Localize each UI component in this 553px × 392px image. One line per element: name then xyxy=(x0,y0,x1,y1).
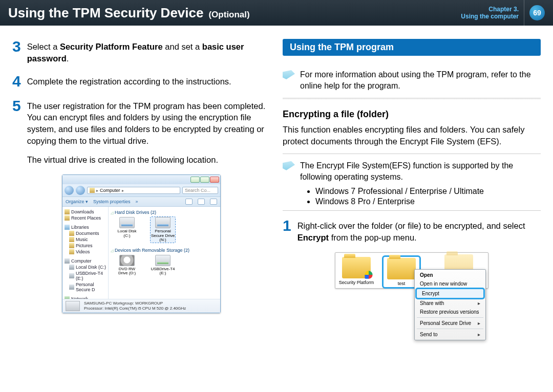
paragraph: The virtual drive is created in the foll… xyxy=(27,154,270,166)
chevron-right-icon xyxy=(122,188,124,193)
menu-item-restore[interactable]: Restore previous versions xyxy=(415,308,485,316)
content-pane: Hard Disk Drives (2) Local Disk (C:) Per… xyxy=(109,207,220,299)
tree-item[interactable]: Personal Secure D xyxy=(69,281,106,293)
help-icon[interactable] xyxy=(210,199,217,205)
tree-item[interactable]: USBDrive-T4 (E:) xyxy=(69,270,106,281)
drive-item[interactable]: Local Disk (C:) xyxy=(115,217,139,242)
header-left: Using the TPM Security Device (Optional) xyxy=(8,5,250,21)
drive-item-selected[interactable]: Personal Secure Drive (N:) xyxy=(151,217,175,242)
tree-item[interactable]: Pictures xyxy=(69,243,106,249)
step-text: Select a Security Platform Feature and s… xyxy=(27,39,270,64)
label: USBDrive-T4 (E:) xyxy=(151,267,175,276)
tree-item[interactable]: Downloads xyxy=(65,209,106,215)
tree-item[interactable]: Computer xyxy=(65,258,106,264)
system-properties-button[interactable]: System properties xyxy=(93,199,131,204)
note-block: For more information about using the TPM… xyxy=(283,67,541,97)
label: Personal Secure Drive xyxy=(420,320,471,326)
step-text: Right-click over the folder (or file) to… xyxy=(297,218,541,244)
page-header: Using the TPM Security Device (Optional)… xyxy=(0,0,553,26)
step-text: Complete the registration according to t… xyxy=(27,74,231,89)
label: Videos xyxy=(76,249,90,254)
drive-icon xyxy=(69,265,74,270)
tree-item[interactable]: Network xyxy=(65,296,106,299)
label: Send to xyxy=(420,332,437,337)
note-text: For more information about using the TPM… xyxy=(300,69,541,92)
text: Right-click over the folder (or file) to… xyxy=(297,221,525,230)
status-bar: SAMSUNG-PC Workgroup: WORKGROUP Processo… xyxy=(62,299,220,313)
label: Documents xyxy=(76,231,99,236)
group-header[interactable]: Hard Disk Drives (2) xyxy=(111,210,218,215)
text: and set a xyxy=(165,42,202,51)
menu-item-open[interactable]: Open xyxy=(415,271,485,279)
close-button[interactable] xyxy=(210,177,219,183)
breadcrumb[interactable]: Computer xyxy=(100,188,120,193)
drive-item[interactable]: DVD RW Drive (D:) xyxy=(115,255,139,276)
dvd-drive-icon xyxy=(119,255,135,266)
search-input[interactable]: Search Co... xyxy=(182,187,218,194)
nav-forward-icon[interactable] xyxy=(76,186,85,195)
libraries-icon xyxy=(65,225,70,230)
explorer-toolbar: Organize System properties » xyxy=(62,197,220,207)
preview-pane-icon[interactable] xyxy=(198,199,205,205)
folder-item[interactable]: Security Platform xyxy=(338,257,374,287)
menu-item-encrypt[interactable]: Encrypt xyxy=(417,289,483,298)
page-number-badge: 69 xyxy=(529,5,545,20)
paragraph: This function enables encrypting files a… xyxy=(283,124,541,147)
folder-icon xyxy=(65,209,70,214)
group-header[interactable]: Devices with Removable Storage (2) xyxy=(111,248,218,253)
text: SAMSUNG-PC Workgroup: WORKGROUP xyxy=(84,301,186,306)
page-subtitle: (Optional) xyxy=(208,10,249,20)
step-number: 3 xyxy=(12,39,21,64)
step-5: 5 The user registration for the TPM prog… xyxy=(12,98,270,166)
text: Select a xyxy=(27,42,60,51)
left-column: 3 Select a Security Platform Feature and… xyxy=(12,39,270,313)
chapter-line1: Chapter 3. xyxy=(461,6,519,13)
label: DVD RW Drive (D:) xyxy=(115,267,139,276)
header-divider xyxy=(524,0,524,26)
menu-item-personal-secure-drive[interactable]: Personal Secure Drive xyxy=(415,319,485,328)
view-icon[interactable] xyxy=(185,199,193,205)
label: Downloads xyxy=(71,209,94,214)
nav-back-icon[interactable] xyxy=(65,186,74,195)
note-text: The Encrypt File System(EFS) function is… xyxy=(300,160,541,183)
hard-drive-icon xyxy=(155,217,171,228)
address-bar[interactable]: Computer xyxy=(87,187,180,194)
folder-icon xyxy=(65,215,70,221)
organize-menu[interactable]: Organize xyxy=(66,199,88,204)
menu-item-send-to[interactable]: Send to xyxy=(415,330,485,339)
section-heading: Using the TPM program xyxy=(283,39,541,56)
note-icon xyxy=(283,161,295,170)
menu-separator xyxy=(417,317,483,318)
drive-item[interactable]: USBDrive-T4 (E:) xyxy=(151,255,175,276)
menu-separator xyxy=(417,329,483,329)
context-menu: Open Open in new window Encrypt Share wi… xyxy=(414,269,486,340)
tree-item[interactable]: Local Disk (C:) xyxy=(69,264,106,270)
tree-item[interactable]: Documents xyxy=(69,230,106,236)
tree-item[interactable]: Recent Places xyxy=(65,215,106,221)
status-text: SAMSUNG-PC Workgroup: WORKGROUP Processo… xyxy=(84,301,186,311)
window-titlebar xyxy=(62,175,220,184)
folder-icon xyxy=(69,243,74,248)
minimize-button[interactable] xyxy=(190,177,200,183)
list-item: Windows 7 Professional / Enterprise / Ul… xyxy=(315,187,541,196)
label: Share with xyxy=(420,300,444,306)
computer-icon xyxy=(65,258,70,264)
label: test xyxy=(385,281,418,286)
text: . xyxy=(67,54,69,63)
chevron-right-icon xyxy=(478,332,480,337)
folder-icon xyxy=(69,237,74,242)
label: Libraries xyxy=(71,225,89,230)
nav-tree: Downloads Recent Places Libraries Docume… xyxy=(62,207,109,299)
maximize-button[interactable] xyxy=(200,177,209,183)
tree-item[interactable]: Videos xyxy=(69,249,106,255)
menu-item-open-new-window[interactable]: Open in new window xyxy=(415,279,485,288)
chevron-right-icon xyxy=(96,188,98,193)
toolbar-overflow[interactable]: » xyxy=(136,199,138,204)
menu-item-share-with[interactable]: Share with xyxy=(415,299,485,308)
tree-item[interactable]: Libraries xyxy=(65,224,106,230)
right-column: Using the TPM program For more informati… xyxy=(283,39,541,313)
label: Music xyxy=(76,237,88,242)
page-title: Using the TPM Security Device xyxy=(8,5,203,21)
tree-item[interactable]: Music xyxy=(69,236,106,243)
label: Security Platform xyxy=(338,280,374,285)
